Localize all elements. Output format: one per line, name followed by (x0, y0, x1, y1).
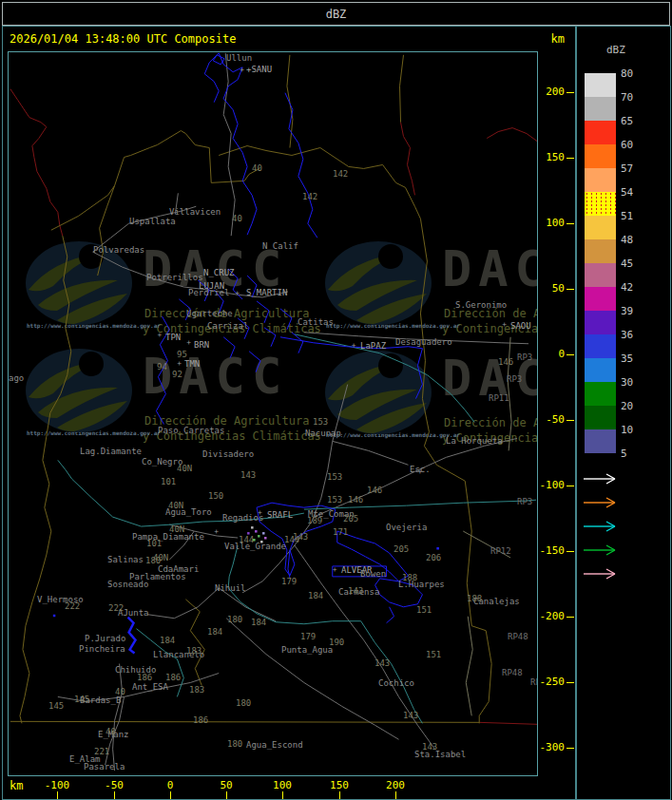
place-label: Paso_Carretas (158, 426, 224, 435)
dbz-scale-label: 20 (621, 400, 649, 412)
place-label: Cochico (378, 678, 414, 688)
dbz-scale-label: 57 (621, 162, 649, 175)
route-label: 180 (145, 556, 161, 565)
place-label: S.Geronimo (455, 300, 507, 310)
route-label: 143 (348, 586, 363, 596)
vector-row: VBCT (582, 519, 620, 532)
route-label: 40 (115, 687, 125, 696)
x-tick-label: 50 (205, 779, 247, 791)
place-label: Esc. (410, 465, 431, 474)
place-label: Ugarteche (186, 309, 233, 318)
route-label: 143 (403, 711, 418, 720)
dbz-scale-cell (585, 287, 616, 311)
route-label: 206 (426, 553, 441, 562)
radar-composite-app: dBZ 2026/01/04 13:48:00 UTC Composite km… (0, 0, 672, 800)
dbz-scale-cell (585, 239, 616, 263)
route-label: 145 (48, 701, 64, 711)
x-tick-mark (395, 791, 396, 799)
dbz-scale-label: 45 (621, 257, 649, 270)
route-label: RP48 (508, 632, 528, 641)
dbz-scale-label: 51 (621, 210, 649, 222)
y-tick-mark (566, 682, 574, 683)
route-label: 183 (189, 685, 204, 695)
route-label: 40 (106, 727, 116, 736)
route-label: 184 (207, 627, 222, 637)
vbct-arrow-icon (582, 520, 620, 533)
place-label: Desaguadero (395, 337, 452, 347)
route-label: 188 (402, 573, 417, 582)
radar-plot[interactable]: DACCDirección de Agriculturay Contingenc… (8, 51, 538, 776)
dbz-scale-label: 60 (621, 139, 649, 151)
dbz-scale-cell (585, 429, 616, 453)
place-label: Regadios (222, 513, 263, 523)
route-label: RP12 (490, 546, 511, 556)
place-label: La Horqueta (446, 436, 503, 446)
place-label: N Calif (262, 241, 298, 251)
route-label: 146 (498, 357, 513, 367)
place-label: Nacunan (305, 429, 341, 438)
route-label: 221 (94, 747, 109, 756)
dbz-scale-cell (585, 382, 616, 406)
route-label: 186 (193, 715, 208, 725)
dbz-scale-cell (585, 168, 616, 192)
y-tick-mark (566, 748, 574, 749)
dbz-scale-label: 65 (621, 115, 649, 127)
y-tick-label: -150 (532, 544, 565, 557)
place-label: Potrerillos (146, 273, 203, 282)
x-tick-mark (170, 791, 171, 799)
dbz-scale-cell (585, 216, 616, 239)
dbz-scale-cell (585, 144, 616, 168)
route-label: 143 (374, 658, 390, 668)
y-tick-label: 150 (532, 151, 565, 163)
route-label: 144 (239, 535, 254, 544)
y-tick-mark (566, 551, 574, 552)
vbbb-arrow-icon (582, 567, 620, 581)
x-tick-mark (226, 791, 227, 799)
station-label: TMN (184, 359, 200, 369)
route-label: 143 (422, 742, 437, 752)
route-label: 151 (426, 650, 441, 659)
route-label: RP3 (507, 374, 522, 384)
x-tick-label: 200 (374, 779, 416, 791)
place-label: Bowen (360, 569, 386, 579)
dbz-scale-cell (585, 263, 616, 287)
route-label: 143 (240, 470, 256, 480)
route-label: 94 (157, 362, 167, 371)
vector-row: VBCP (582, 471, 620, 485)
dbz-scale-label: 48 (621, 234, 649, 246)
place-label: Nihuil (215, 583, 246, 593)
route-label: 150 (208, 491, 223, 501)
route-label: 184 (160, 636, 175, 645)
place-label: Ovejeria (386, 523, 427, 532)
x-tick-mark (114, 791, 115, 799)
route-label: 146 (348, 495, 363, 505)
route-label: 101 (161, 477, 176, 486)
route-label: 95 (177, 350, 187, 359)
y-tick-mark (566, 420, 574, 421)
dbz-scale-label: 10 (621, 424, 649, 436)
y-tick-label: 200 (532, 86, 565, 98)
route-label: RP11 (489, 393, 509, 403)
route-label: 184 (308, 591, 323, 600)
route-label: 180 (227, 615, 242, 624)
y-tick-label: -50 (532, 413, 565, 426)
x-tick-label: -50 (93, 779, 135, 791)
vbcp-arrow-icon (582, 472, 620, 486)
route-label: RP3 (517, 352, 532, 362)
dbz-scale-cell (585, 73, 616, 97)
route-label: 222 (65, 601, 80, 611)
place-label: Carrizal (207, 321, 248, 331)
station-label: S_MARTIN (246, 288, 287, 297)
route-label: 189 (307, 516, 322, 525)
route-label: 40N (177, 464, 192, 473)
x-tick-mark (57, 791, 58, 799)
vector-row: VBCU (582, 543, 620, 556)
route-label: 153 (327, 495, 342, 505)
timestamp: 2026/01/04 13:48:00 UTC Composite (10, 32, 236, 46)
route-label: 153 (327, 472, 342, 482)
place-label: Perdriel (188, 288, 229, 297)
y-tick-label: -250 (532, 676, 565, 688)
y-tick-label: 0 (532, 348, 565, 360)
dbz-scale-cell (585, 97, 616, 121)
y-tick-mark (566, 354, 574, 355)
